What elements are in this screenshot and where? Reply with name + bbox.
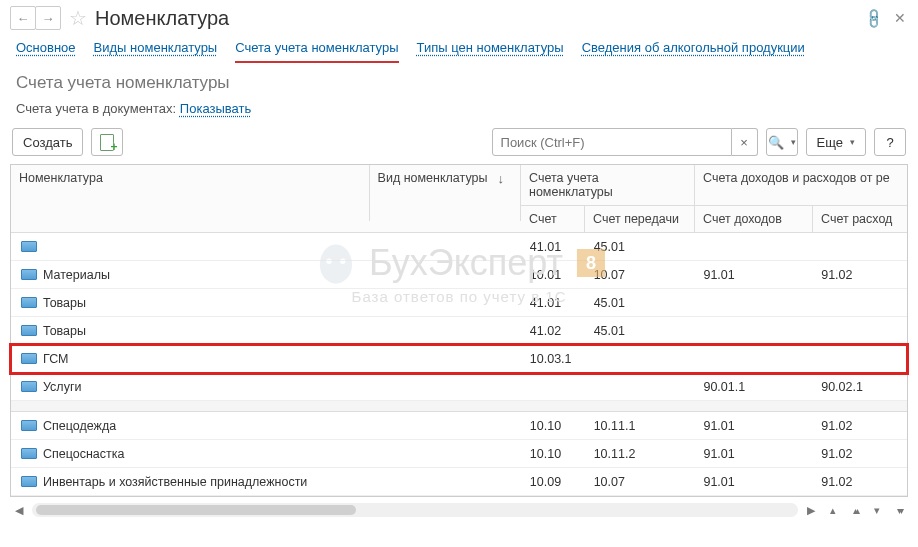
cell-income: 91.01: [695, 268, 813, 282]
tab-price-types[interactable]: Типы цен номенклатуры: [417, 40, 564, 63]
create-button[interactable]: Создать: [12, 128, 83, 156]
tab-main[interactable]: Основное: [16, 40, 76, 63]
tab-kinds[interactable]: Виды номенклатуры: [94, 40, 218, 63]
horizontal-scrollbar[interactable]: [32, 503, 798, 517]
table-row[interactable]: Материалы 10.01 10.07 91.01 91.02: [11, 261, 907, 289]
record-icon: [21, 353, 37, 364]
record-icon: [21, 269, 37, 280]
cell-transfer: 45.01: [586, 296, 696, 310]
cell-acc: 10.01: [522, 268, 586, 282]
sort-indicator-icon: ↓: [498, 171, 513, 186]
hscroll-left[interactable]: ◀: [10, 501, 28, 519]
link-icon[interactable]: 🔗: [865, 10, 882, 26]
cell-acc: 10.03.1: [522, 352, 586, 366]
accounts-grid: Номенклатура Вид номенклатуры ↓ Счета уч…: [10, 164, 908, 497]
cell-name: Товары: [43, 296, 86, 310]
cell-income: 90.01.1: [695, 380, 813, 394]
search-menu-button[interactable]: 🔍▾: [766, 128, 798, 156]
cell-name: Товары: [43, 324, 86, 338]
accounts-mode-label: Счета учета в документах:: [16, 101, 176, 116]
favorite-star-icon[interactable]: ☆: [69, 6, 87, 30]
record-icon: [21, 325, 37, 336]
tab-alcohol-info[interactable]: Сведения об алкогольной продукции: [582, 40, 805, 63]
help-button[interactable]: ?: [874, 128, 906, 156]
vscroll-down[interactable]: ▾: [868, 501, 886, 519]
search-input[interactable]: [492, 128, 732, 156]
cell-name: Инвентарь и хозяйственные принадлежности: [43, 475, 307, 489]
document-plus-icon: [100, 134, 114, 151]
search-clear-button[interactable]: ×: [732, 128, 758, 156]
record-icon: [21, 420, 37, 431]
more-button[interactable]: Еще▾: [806, 128, 866, 156]
table-row[interactable]: Спецоснастка 10.10 10.11.2 91.01 91.02: [11, 440, 907, 468]
page-title: Номенклатура: [95, 7, 229, 30]
record-icon: [21, 241, 37, 252]
cell-acc: 10.10: [522, 419, 586, 433]
cell-name: Материалы: [43, 268, 110, 282]
cell-acc: 41.01: [522, 240, 586, 254]
record-icon: [21, 381, 37, 392]
record-icon: [21, 297, 37, 308]
cell-income: 91.01: [695, 475, 813, 489]
cell-transfer: 10.11.2: [586, 447, 696, 461]
cell-name: Услуги: [43, 380, 81, 394]
table-row[interactable]: Товары 41.01 45.01: [11, 289, 907, 317]
col-acc-expense[interactable]: Счет расход: [813, 206, 907, 232]
cell-acc: 10.10: [522, 447, 586, 461]
cell-expense: 91.02: [813, 447, 907, 461]
cell-acc: 41.02: [522, 324, 586, 338]
table-row[interactable]: Товары 41.02 45.01: [11, 317, 907, 345]
grid-separator: [11, 401, 907, 412]
table-row[interactable]: Инвентарь и хозяйственные принадлежности…: [11, 468, 907, 496]
cell-transfer: 10.07: [586, 475, 696, 489]
cell-acc: 41.01: [522, 296, 586, 310]
cell-transfer: 45.01: [586, 324, 696, 338]
vscroll-up-double[interactable]: ▴▴: [846, 501, 864, 519]
table-row[interactable]: Спецодежда 10.10 10.11.1 91.01 91.02: [11, 412, 907, 440]
table-row[interactable]: 41.01 45.01: [11, 233, 907, 261]
col-group-income[interactable]: Счета доходов и расходов от ре: [695, 165, 907, 205]
cell-name: ГСМ: [43, 352, 69, 366]
cell-income: 91.01: [695, 419, 813, 433]
col-name[interactable]: Номенклатура: [11, 165, 370, 221]
record-icon: [21, 448, 37, 459]
vscroll-down-double[interactable]: ▾▾: [890, 501, 908, 519]
col-group-accounts[interactable]: Счета учета номенклатуры: [521, 165, 695, 205]
cell-name: Спецодежда: [43, 419, 116, 433]
tabs-row: Основное Виды номенклатуры Счета учета н…: [0, 34, 918, 63]
section-title: Счета учета номенклатуры: [0, 63, 918, 97]
cell-transfer: 10.07: [586, 268, 696, 282]
vscroll-up[interactable]: ▴: [824, 501, 842, 519]
col-acc-transfer[interactable]: Счет передачи: [585, 206, 695, 232]
hscroll-right[interactable]: ▶: [802, 501, 820, 519]
cell-transfer: 45.01: [586, 240, 696, 254]
cell-acc: 10.09: [522, 475, 586, 489]
cell-expense: 90.02.1: [813, 380, 907, 394]
create-copy-button[interactable]: [91, 128, 123, 156]
accounts-mode-link[interactable]: Показывать: [180, 101, 251, 116]
record-icon: [21, 476, 37, 487]
col-acc[interactable]: Счет: [521, 206, 585, 232]
cell-name: Спецоснастка: [43, 447, 125, 461]
cell-expense: 91.02: [813, 419, 907, 433]
col-acc-income[interactable]: Счет доходов: [695, 206, 813, 232]
table-row[interactable]: ГСМ 10.03.1: [11, 345, 907, 373]
cell-income: 91.01: [695, 447, 813, 461]
table-row[interactable]: Услуги 90.01.1 90.02.1: [11, 373, 907, 401]
nav-forward-button[interactable]: →: [35, 6, 61, 30]
cell-expense: 91.02: [813, 475, 907, 489]
cell-transfer: 10.11.1: [586, 419, 696, 433]
cell-expense: 91.02: [813, 268, 907, 282]
col-kind[interactable]: Вид номенклатуры ↓: [370, 165, 521, 221]
close-icon[interactable]: ✕: [894, 10, 906, 26]
tab-accounts[interactable]: Счета учета номенклатуры: [235, 40, 398, 63]
nav-back-button[interactable]: ←: [10, 6, 36, 30]
